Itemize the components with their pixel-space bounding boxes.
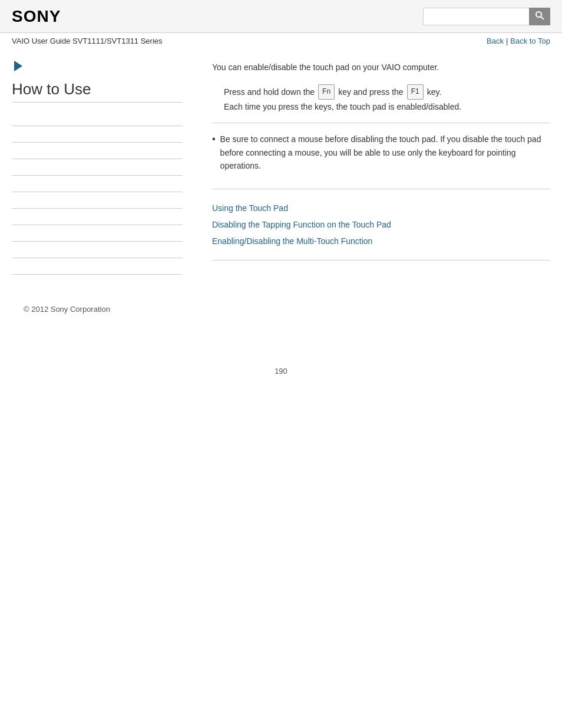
nav-separator: | — [506, 37, 508, 45]
sidebar-item — [12, 126, 183, 143]
bullet-dot: • — [212, 134, 216, 144]
back-to-top-link[interactable]: Back to Top — [510, 37, 550, 45]
sidebar-item — [12, 159, 183, 176]
key1-box: Fn — [318, 84, 335, 100]
copyright: © 2012 Sony Corporation — [24, 305, 110, 314]
sidebar-item — [12, 192, 183, 209]
note-section: • Be sure to connect a mouse before disa… — [212, 133, 550, 179]
related-links: Using the Touch Pad Disabling the Tappin… — [212, 197, 550, 252]
key-line1: Press and hold down the Fn key and press… — [224, 84, 550, 100]
chevron-container — [12, 61, 183, 73]
sidebar-item — [12, 258, 183, 275]
sidebar-item — [12, 225, 183, 242]
search-area — [423, 8, 550, 25]
content-area: You can enable/disable the touch pad on … — [194, 55, 550, 319]
divider-bottom — [212, 189, 550, 189]
related-link-1[interactable]: Using the Touch Pad — [212, 200, 550, 216]
back-link[interactable]: Back — [487, 37, 504, 45]
divider-end — [212, 260, 550, 261]
sony-logo: SONY — [12, 7, 61, 26]
main-layout: How to Use © — [0, 49, 562, 343]
key2-box: F1 — [407, 84, 424, 100]
search-icon — [535, 11, 544, 22]
sidebar-item — [12, 110, 183, 126]
guide-title: VAIO User Guide SVT1111/SVT1311 Series — [12, 37, 163, 45]
sidebar-title: How to Use — [12, 80, 183, 103]
key-instruction: Press and hold down the Fn key and press… — [212, 84, 550, 114]
divider-top — [212, 123, 550, 123]
nav-bar: VAIO User Guide SVT1111/SVT1311 Series B… — [0, 33, 562, 49]
bullet-item: • Be sure to connect a mouse before disa… — [212, 133, 550, 172]
content-intro: You can enable/disable the touch pad on … — [212, 61, 550, 74]
page-number: 190 — [0, 367, 562, 387]
chevron-right-icon — [14, 61, 22, 71]
key-instruction-suffix: key. — [427, 85, 442, 100]
key-instruction-middle: key and press the — [338, 85, 404, 100]
sidebar-item — [12, 176, 183, 192]
sidebar-item — [12, 143, 183, 159]
search-input[interactable] — [423, 8, 529, 25]
header: SONY — [0, 0, 562, 33]
related-link-2[interactable]: Disabling the Tapping Function on the To… — [212, 216, 550, 233]
related-link-3[interactable]: Enabling/Disabling the Multi-Touch Funct… — [212, 233, 550, 249]
key-instruction-line2: Each time you press the keys, the touch … — [224, 100, 550, 114]
sidebar-item — [12, 242, 183, 258]
sidebar-item — [12, 209, 183, 225]
svg-point-0 — [536, 12, 541, 17]
footer: © 2012 Sony Corporation — [12, 292, 183, 319]
svg-line-1 — [541, 17, 544, 19]
note-text: Be sure to connect a mouse before disabl… — [220, 133, 550, 172]
key-instruction-prefix: Press and hold down the — [224, 85, 315, 100]
search-button[interactable] — [529, 8, 550, 25]
nav-links: Back | Back to Top — [487, 37, 550, 45]
sidebar: How to Use © — [12, 55, 194, 319]
